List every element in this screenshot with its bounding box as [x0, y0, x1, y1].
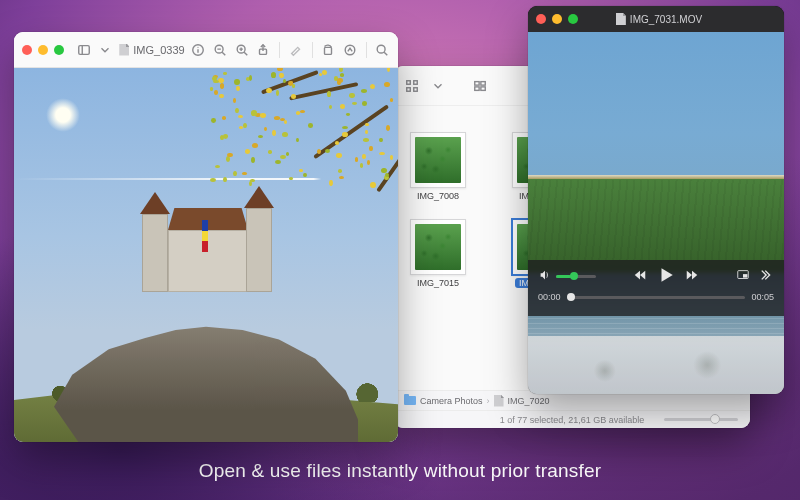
preview-title: IMG_0339	[119, 44, 184, 56]
duration-time: 00:05	[751, 292, 774, 302]
traffic-lights[interactable]	[536, 14, 578, 24]
path-leaf: IMG_7020	[508, 396, 550, 406]
svg-rect-3	[414, 87, 418, 91]
status-text: 1 of 77 selected, 21,61 GB available	[500, 415, 645, 425]
view-mode-button[interactable]	[402, 76, 422, 96]
preview-titlebar: IMG_0339	[14, 32, 398, 68]
traffic-lights[interactable]	[22, 45, 64, 55]
svg-rect-5	[481, 81, 485, 85]
svg-rect-0	[407, 80, 411, 84]
svg-rect-1	[414, 80, 418, 84]
rotate-button[interactable]	[320, 40, 336, 60]
marketing-caption: Open & use files instantly without prior…	[0, 442, 800, 500]
info-button[interactable]	[191, 40, 207, 60]
speaker-icon	[538, 268, 552, 284]
svg-rect-7	[481, 86, 485, 90]
folder-icon	[404, 396, 416, 405]
preview-content	[14, 68, 398, 442]
file-icon	[616, 13, 626, 25]
close-button[interactable]	[22, 45, 32, 55]
quicktime-title-text: IMG_7031.MOV	[630, 14, 702, 25]
svg-rect-6	[475, 86, 479, 90]
quicktime-titlebar: IMG_7031.MOV	[528, 6, 784, 32]
chevron-down-icon[interactable]	[98, 40, 114, 60]
sidebar-toggle-button[interactable]	[76, 40, 92, 60]
zoom-window-button[interactable]	[568, 14, 578, 24]
quicktime-window: IMG_7031.MOV	[528, 6, 784, 394]
path-root: Camera Photos	[420, 396, 483, 406]
zoom-window-button[interactable]	[54, 45, 64, 55]
zoom-out-button[interactable]	[212, 40, 228, 60]
fast-forward-button[interactable]	[685, 268, 699, 284]
svg-line-14	[222, 52, 225, 55]
pip-button[interactable]	[736, 268, 750, 284]
svg-point-12	[198, 46, 199, 47]
play-button[interactable]	[657, 266, 675, 286]
thumb-IMG_7015[interactable]: IMG_7015	[404, 219, 472, 288]
quicktime-title: IMG_7031.MOV	[590, 13, 728, 25]
svg-point-23	[377, 45, 385, 53]
svg-rect-26	[743, 274, 747, 278]
chevron-down-icon[interactable]	[428, 76, 448, 96]
file-icon	[494, 395, 504, 407]
thumb-label: IMG_7015	[417, 278, 459, 288]
svg-rect-21	[325, 47, 332, 54]
thumb-label: IMG_7008	[417, 191, 459, 201]
video-controls: 00:00 00:05	[528, 260, 784, 316]
scrubber[interactable]	[567, 296, 746, 299]
svg-line-24	[384, 52, 387, 55]
rewind-button[interactable]	[633, 268, 647, 284]
thumb-image	[410, 132, 466, 188]
markup-button[interactable]	[342, 40, 358, 60]
thumb-IMG_7008[interactable]: IMG_7008	[404, 132, 472, 201]
zoom-in-button[interactable]	[234, 40, 250, 60]
volume-slider[interactable]	[538, 268, 596, 284]
elapsed-time: 00:00	[538, 292, 561, 302]
quicktime-content: 00:00 00:05	[528, 32, 784, 394]
close-button[interactable]	[536, 14, 546, 24]
svg-rect-4	[475, 81, 479, 85]
video-frame[interactable]	[528, 32, 784, 394]
chevron-right-icon: ›	[487, 396, 490, 406]
caption-text: Open & use files instantly without prior…	[199, 460, 602, 482]
svg-point-22	[345, 45, 355, 55]
preview-image	[14, 68, 398, 442]
preview-window: IMG_0339	[14, 32, 398, 442]
search-button[interactable]	[374, 40, 390, 60]
group-by-button[interactable]	[470, 76, 490, 96]
minimize-button[interactable]	[38, 45, 48, 55]
file-icon	[119, 44, 129, 56]
thumb-image	[410, 219, 466, 275]
minimize-button[interactable]	[552, 14, 562, 24]
highlight-button[interactable]	[288, 40, 304, 60]
preview-title-text: IMG_0339	[133, 44, 184, 56]
svg-rect-8	[79, 45, 90, 54]
svg-rect-2	[407, 87, 411, 91]
zoom-slider[interactable]	[664, 413, 738, 425]
expand-button[interactable]	[760, 268, 774, 284]
share-button[interactable]	[256, 40, 272, 60]
finder-statusbar: 1 of 77 selected, 21,61 GB available	[394, 410, 750, 428]
svg-line-17	[244, 52, 247, 55]
